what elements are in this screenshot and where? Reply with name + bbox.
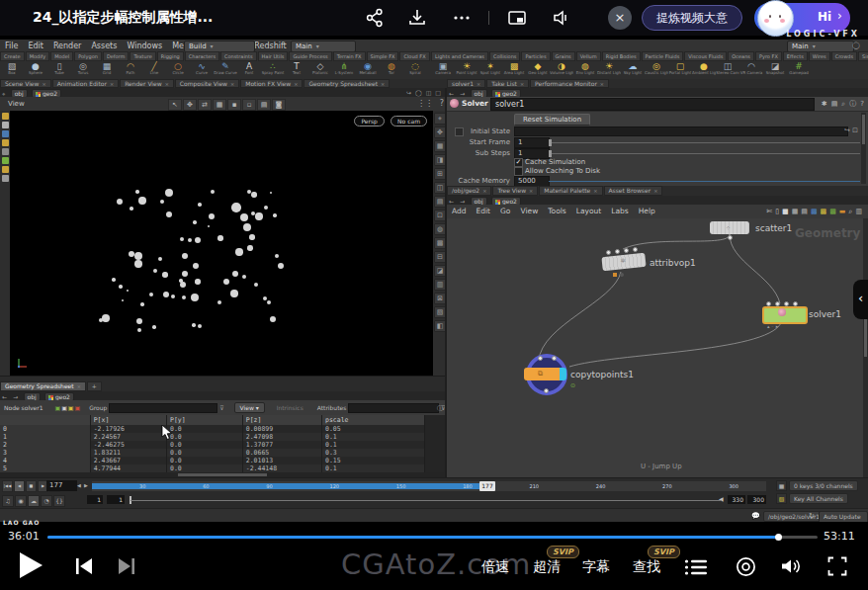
pane-tab[interactable]: Render View× <box>120 79 174 88</box>
shelf-tab[interactable]: Create <box>0 51 25 61</box>
playbar-toggle-icon[interactable]: ♫ <box>2 495 14 507</box>
shelf-tab[interactable]: Terrain FX <box>333 51 366 61</box>
volume-button[interactable] <box>780 556 802 576</box>
close-tab-icon[interactable]: × <box>600 81 604 87</box>
playbar-toggle-icon[interactable]: ◔ <box>41 495 52 507</box>
slider-handle[interactable] <box>549 139 552 146</box>
share-button[interactable] <box>364 7 386 29</box>
close-tab-icon[interactable]: × <box>165 81 169 87</box>
transport-button[interactable]: ◀ <box>14 480 25 492</box>
pane-tab[interactable]: Animation Editor× <box>52 79 119 88</box>
input-connector[interactable] <box>624 248 629 253</box>
pathbar-icon[interactable]: ◯ <box>415 89 422 96</box>
node-bypass-badge[interactable] <box>620 273 624 277</box>
view-tool-icon[interactable]: ✥ <box>183 99 197 111</box>
shelf-tool[interactable]: ☁Sky Light <box>621 61 645 79</box>
shelf-tab[interactable]: Simple FX <box>367 51 399 61</box>
node-badge[interactable]: ⊙ <box>570 382 575 387</box>
node-display-flag[interactable] <box>560 368 566 380</box>
sub-steps-slider[interactable] <box>549 153 860 154</box>
shelf-tab[interactable]: Collisions <box>489 51 521 61</box>
shelf-tool[interactable]: ╱Line <box>142 61 166 79</box>
shelf-tab[interactable]: Rigid Bodies <box>602 51 641 61</box>
shelf-tool[interactable]: ◪Snapshot <box>763 61 787 79</box>
filter-icon[interactable]: ▣ <box>61 404 67 411</box>
shelf-tab[interactable]: Constraints <box>220 51 257 61</box>
pathbar-icon[interactable]: □ <box>435 89 441 96</box>
help-circle-icon[interactable]: ◯ <box>852 42 860 49</box>
range-end-field[interactable]: 300 <box>747 495 766 504</box>
node-flag-badge[interactable] <box>613 273 617 277</box>
input-connector[interactable] <box>552 356 557 361</box>
attributes-input[interactable] <box>348 403 439 413</box>
shelf-tab[interactable]: Vellum <box>576 51 601 61</box>
keys-count-button[interactable]: 0 keys 3/0 channels <box>789 480 858 491</box>
network-tool-icon[interactable]: ▩ <box>829 208 836 215</box>
shelf-tool[interactable]: ◉Metaball <box>356 61 380 79</box>
slider-handle[interactable] <box>549 150 552 157</box>
shelf-tool[interactable]: ✶Spot Light <box>478 61 502 79</box>
view-tool-icon[interactable]: ⇄ <box>198 99 212 111</box>
table-row[interactable]: 4 2.43667 0.0 2.01013 0.15 <box>0 457 425 464</box>
fullscreen-button[interactable] <box>827 556 847 576</box>
table-row[interactable]: 2 -2.46275 0.0 1.37077 0.1 <box>0 441 425 449</box>
view-options-icon[interactable]: ⋮⋮ <box>417 99 433 108</box>
viewport-tool-icon[interactable] <box>2 166 9 173</box>
shelf-tab[interactable]: Guide Process <box>289 51 331 61</box>
pathbar-icon[interactable]: ↪ <box>406 89 411 96</box>
scrollbar-thumb[interactable] <box>862 115 865 144</box>
input-connector[interactable] <box>606 250 611 255</box>
close-tab-icon[interactable]: × <box>529 188 533 194</box>
pane-tab[interactable]: Tree View× <box>492 186 538 196</box>
viewport-tool-icon[interactable] <box>2 139 9 146</box>
param-header-icon[interactable]: ⌕ <box>841 100 845 108</box>
param-header-icon[interactable]: ✱ <box>822 100 827 108</box>
shelf-tool[interactable]: ▧Box <box>0 61 24 79</box>
shelf-tab[interactable]: Lights and Cameras <box>431 51 488 61</box>
shelf-tab[interactable]: Particles <box>521 51 550 61</box>
allow-caching-checkbox[interactable] <box>514 167 523 176</box>
close-tab-icon[interactable]: × <box>294 81 298 87</box>
view-tool-icon[interactable]: ▤ <box>257 99 271 111</box>
forward-icon[interactable]: → <box>460 198 465 205</box>
range-start-field[interactable]: 1 <box>87 495 103 504</box>
transport-button[interactable]: |◀◀ <box>2 480 13 492</box>
back-icon[interactable]: ← <box>2 393 7 400</box>
column-header[interactable]: pscale <box>322 415 425 425</box>
shelf-tool[interactable]: ▩Area Light <box>502 61 526 79</box>
shelf-tab[interactable]: Characters <box>185 51 219 61</box>
param-header-icon[interactable]: ? <box>860 100 864 108</box>
playback-start-field[interactable]: 1 <box>107 495 125 504</box>
shelf-tool[interactable]: ☀Distant Light <box>597 61 621 79</box>
shelf-tab[interactable]: Wires <box>809 51 830 61</box>
progress-handle[interactable] <box>775 534 782 541</box>
pane-tab[interactable]: Asset Browser× <box>604 186 663 196</box>
shelf-tool[interactable]: ▢Portal Light <box>668 61 692 79</box>
shelf-tool[interactable]: ◍Tor <box>380 61 403 79</box>
shelf-tab[interactable]: Pyro FX <box>755 51 782 61</box>
menu-item[interactable]: View <box>515 205 543 218</box>
search-button[interactable]: 查找 <box>633 558 660 576</box>
input-connector[interactable] <box>766 301 771 306</box>
close-tab-icon[interactable]: × <box>77 383 81 389</box>
viewport-tool-icon[interactable] <box>2 130 9 137</box>
shelf-tool[interactable]: #Gamepad <box>787 61 811 79</box>
shelf-tab[interactable]: Hair Utils <box>258 51 289 61</box>
output-connector[interactable] <box>544 388 549 393</box>
playhead[interactable]: 177 <box>479 481 495 491</box>
pane-tab[interactable]: Motion FX View× <box>240 79 303 88</box>
pathbar-icon[interactable]: ◫ <box>426 89 432 96</box>
info-icon[interactable]: ⓘ <box>437 400 443 415</box>
side-drawer-toggle[interactable]: ‹ <box>853 280 868 319</box>
playbar-toggle-icon[interactable]: ☁ <box>28 495 40 507</box>
subtitle-button[interactable]: 字幕 <box>582 558 610 576</box>
filter-icon[interactable]: ▣ <box>68 404 74 411</box>
view-tool-icon[interactable]: ◙ <box>272 99 286 111</box>
view-dropdown[interactable]: View ▾ <box>234 402 265 413</box>
cache-simulation-checkbox[interactable]: ✓ <box>514 158 523 167</box>
pane-tab[interactable]: solver1× <box>447 79 485 88</box>
shelf-tool[interactable]: ◫Stereo Cam <box>716 61 739 79</box>
viewport-tool-icon[interactable] <box>2 175 9 182</box>
viewport-tool-icon[interactable] <box>2 157 9 164</box>
shelf-tool[interactable]: ▦Grid <box>95 61 119 79</box>
